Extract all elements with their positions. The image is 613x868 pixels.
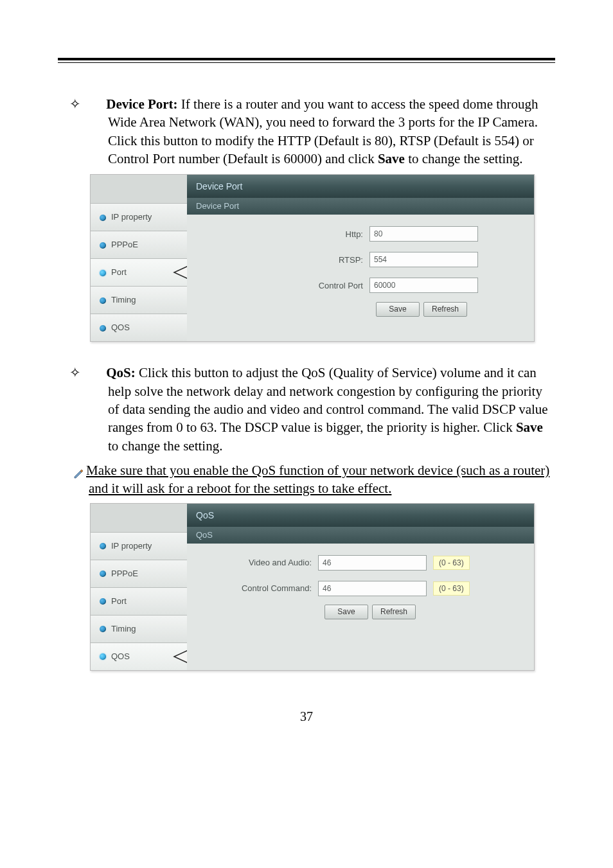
screenshot-device-port: IP property PPPoE Port Timing QOS Device… [90,174,535,342]
label-rtsp: RTSP: [196,255,369,265]
sidebar: IP property PPPoE Port Timing QOS [91,504,187,670]
diamond-bullet-icon: ✧ [89,95,103,113]
dot-icon [100,543,106,549]
sidebar-label: Timing [111,624,136,633]
label-http: Http: [196,229,369,239]
sidebar-label: Timing [111,295,136,305]
sidebar-item-qos[interactable]: QOS [91,642,187,670]
sidebar-label: QOS [111,651,130,661]
qos-title: QoS: [106,365,136,380]
sidebar-item-timing[interactable]: Timing [91,615,187,642]
refresh-button[interactable]: Refresh [372,605,416,619]
label-video-audio: Video and Audio: [196,558,318,567]
dot-icon [100,297,106,304]
qos-text-1: Click this button to adjust the QoS (Qua… [108,365,548,435]
paragraph-device-port: ✧ Device Port: If there is a router and … [77,95,555,168]
diamond-bullet-icon: ✧ [89,364,103,382]
form-area: Http: RTSP: Control Port Save Refresh [187,215,534,329]
panel-title: QoS [187,504,534,527]
dot-icon [100,325,106,332]
row-http: Http: [196,221,525,247]
sidebar-item-pppoe[interactable]: PPPoE [91,231,187,258]
qos-save-word: Save [516,420,543,435]
sidebar-item-qos[interactable]: QOS [91,314,187,341]
label-control-port: Control Port [196,281,369,290]
dot-icon [100,242,106,249]
input-control-port[interactable] [369,278,478,293]
sidebar-label: IP property [111,541,152,551]
qos-text-2: to change the setting. [108,438,222,454]
dot-icon [100,215,106,221]
sidebar-item-ip-property[interactable]: IP property [91,532,187,560]
input-control-command[interactable] [318,581,427,596]
sidebar-item-pppoe[interactable]: PPPoE [91,560,187,587]
row-control-command: Control Command: (0 - 63) [196,576,525,601]
hint-video-audio: (0 - 63) [433,556,470,570]
content-panel: QoS QoS Video and Audio: (0 - 63) Contro… [187,504,534,670]
sidebar-spacer [91,175,187,203]
device-port-save-word: Save [378,151,405,166]
dot-icon [100,270,106,276]
pencil-icon [73,466,85,477]
input-video-audio[interactable] [318,555,427,571]
button-row: Save Refresh [196,298,525,320]
dot-icon [100,626,106,632]
row-control-port: Control Port [196,272,525,298]
input-rtsp[interactable] [369,252,478,267]
panel-subtitle: Device Port [187,198,534,215]
paragraph-qos: ✧ QoS: Click this button to adjust the Q… [77,364,555,455]
form-area: Video and Audio: (0 - 63) Control Comman… [187,544,534,632]
save-button[interactable]: Save [376,302,420,317]
row-video-audio: Video and Audio: (0 - 63) [196,550,525,576]
hint-control-command: (0 - 63) [433,581,470,596]
button-row: Save Refresh [196,601,525,623]
sidebar-item-port[interactable]: Port [91,258,187,286]
note-text: Make sure that you enable the QoS functi… [86,463,549,496]
sidebar: IP property PPPoE Port Timing QOS [91,175,187,341]
sidebar-label: PPPoE [111,240,138,249]
input-http[interactable] [369,226,478,242]
refresh-button[interactable]: Refresh [423,302,467,317]
device-port-title: Device Port: [106,96,177,112]
device-port-text-2: to change the setting. [405,151,523,166]
horizontal-rule [58,58,555,63]
page-number: 37 [58,709,555,724]
sidebar-item-timing[interactable]: Timing [91,286,187,314]
panel-title: Device Port [187,175,534,198]
note-line: Make sure that you enable the QoS functi… [89,461,555,498]
sidebar-label: PPPoE [111,569,138,578]
screenshot-qos: IP property PPPoE Port Timing QOS QoS Qo… [90,503,535,671]
save-button[interactable]: Save [324,605,368,619]
sidebar-label: Port [111,596,127,606]
dot-icon [100,598,106,605]
sidebar-spacer [91,504,187,532]
sidebar-item-port[interactable]: Port [91,587,187,615]
row-rtsp: RTSP: [196,247,525,272]
sidebar-label: QOS [111,323,130,332]
content-panel: Device Port Device Port Http: RTSP: Cont… [187,175,534,341]
panel-subtitle: QoS [187,527,534,544]
sidebar-label: IP property [111,212,152,222]
dot-icon [100,653,106,660]
label-control-command: Control Command: [196,583,318,593]
dot-icon [100,571,106,577]
sidebar-label: Port [111,267,127,277]
sidebar-item-ip-property[interactable]: IP property [91,203,187,231]
